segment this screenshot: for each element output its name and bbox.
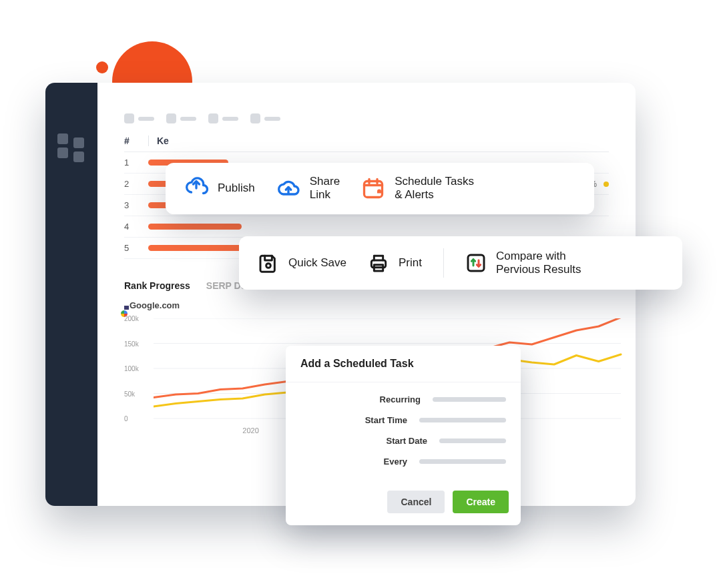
y-tick: 200k: [124, 315, 139, 322]
publish-toolbar: Publish ShareLink Schedule Tasks& Alerts: [166, 163, 594, 214]
create-button[interactable]: Create: [453, 491, 509, 513]
status-dot: [604, 182, 609, 187]
y-tick: 100k: [124, 365, 139, 372]
cancel-button[interactable]: Cancel: [387, 491, 445, 513]
row-num: 5: [124, 243, 148, 253]
save-icon: [258, 252, 279, 274]
quick-save-button[interactable]: Quick Save: [258, 252, 346, 274]
svg-rect-5: [365, 182, 383, 198]
col-index: #: [124, 135, 148, 146]
source-name: Google.com: [130, 300, 180, 310]
table-header: # Ke: [124, 135, 609, 152]
toolbar-skeleton: [124, 113, 609, 123]
keyword-bar: [148, 224, 242, 230]
y-tick: 150k: [124, 340, 139, 347]
schedule-tasks-button[interactable]: Schedule Tasks& Alerts: [361, 175, 474, 202]
col-keyword: Ke: [148, 135, 268, 146]
svg-rect-9: [468, 255, 484, 271]
svg-point-6: [266, 264, 271, 268]
publish-button[interactable]: Publish: [184, 176, 255, 200]
row-num: 3: [124, 200, 148, 210]
apps-icon[interactable]: [57, 133, 85, 158]
compare-results-button[interactable]: Compare withPervious Results: [465, 250, 581, 277]
sidebar: [45, 83, 97, 506]
x-tick: 2020: [242, 426, 258, 434]
upload-cloud-icon: [184, 176, 208, 200]
field-start-date[interactable]: Start Date: [300, 436, 506, 446]
table-row[interactable]: 4: [124, 216, 609, 238]
modal-title: Add a Scheduled Task: [286, 346, 521, 382]
tools-toolbar: Quick Save Print Compare withPervious Re…: [239, 236, 682, 290]
row-num: 4: [124, 222, 148, 232]
decor-circle-small: [96, 61, 108, 73]
schedule-task-modal: Add a Scheduled Task Recurring Start Tim…: [286, 346, 521, 525]
tab-rank-progress[interactable]: Rank Progress: [124, 280, 190, 291]
field-every[interactable]: Every: [300, 457, 506, 467]
divider: [443, 248, 444, 278]
field-start-time[interactable]: Start Time: [300, 415, 506, 425]
y-tick: 50k: [124, 390, 135, 397]
share-link-button[interactable]: ShareLink: [276, 175, 340, 202]
cloud-link-icon: [276, 176, 300, 200]
compare-arrows-icon: [465, 252, 487, 274]
field-recurring[interactable]: Recurring: [300, 394, 506, 404]
print-button[interactable]: Print: [368, 252, 422, 274]
y-tick: 0: [124, 415, 128, 422]
row-num: 1: [124, 158, 148, 168]
calendar-bell-icon: [361, 176, 385, 200]
row-num: 2: [124, 179, 148, 189]
search-source: Google.com: [124, 300, 609, 310]
print-icon: [368, 252, 389, 274]
